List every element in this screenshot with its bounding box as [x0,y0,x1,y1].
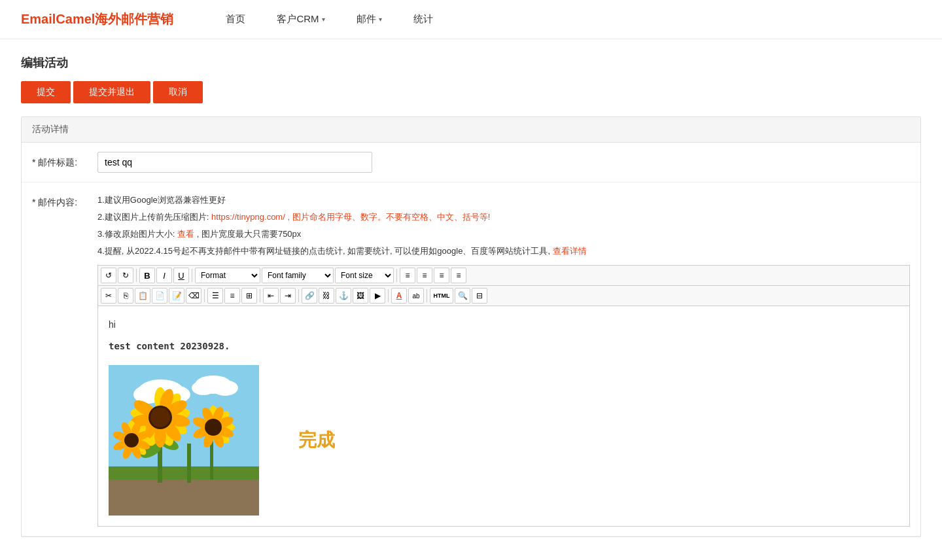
cut-button[interactable]: ✂ [101,288,116,304]
table-icon: ⊞ [246,291,253,300]
separator [192,269,192,282]
content-line1: hi [109,317,899,333]
separator [260,289,260,302]
subject-row: * 邮件标题: [22,143,920,183]
chevron-down-icon: ▾ [322,16,325,23]
bg-color-button[interactable]: ab [408,288,424,304]
svg-point-31 [150,408,170,427]
list-ol-icon: ≡ [230,291,234,300]
paste-word-button[interactable]: 📝 [169,288,184,304]
nav-links: 首页 客户CRM ▾ 邮件 ▾ 统计 [226,13,921,26]
tip3: 3.修改原始图片大小: 查看 , 图片宽度最大只需要750px [97,226,910,243]
font-family-select[interactable]: Font family [262,268,334,283]
underline-button[interactable]: U [173,268,189,283]
page-content: 编辑活动 提交 提交并退出 取消 活动详情 * 邮件标题: * 邮件内容: 1.… [0,39,942,553]
separator [204,289,205,302]
undo-icon [105,271,112,280]
separator [427,289,427,302]
html-button[interactable]: HTML [430,288,453,304]
subject-input[interactable] [97,152,372,173]
text-color-button[interactable]: A [391,288,407,304]
nav-email[interactable]: 邮件 ▾ [357,13,382,26]
paste-text-icon: 📄 [155,291,165,300]
submit-exit-button[interactable]: 提交并退出 [73,81,150,103]
cancel-button[interactable]: 取消 [153,81,203,103]
tip4: 4.提醒, 从2022.4.15号起不再支持邮件中带有网址链接的点击统计, 如需… [97,243,910,260]
table-button[interactable]: ⊞ [241,288,257,304]
detail-link[interactable]: 查看详情 [553,246,587,256]
activity-section: 活动详情 * 邮件标题: * 邮件内容: 1.建议用Google浏览器兼容性更好… [21,116,921,537]
content-image-area: 完成 [109,365,899,516]
copy-button[interactable]: ⎘ [118,288,133,304]
svg-point-6 [212,380,238,396]
section-title: 活动详情 [22,117,920,143]
subject-label: * 邮件标题: [32,152,97,173]
paste-text-button[interactable]: 📄 [152,288,167,304]
tip2: 2.建议图片上传前先压缩图片: https://tinypng.com/ , 图… [97,209,910,226]
unlink-icon: ⛓ [323,291,330,300]
tip1: 1.建议用Google浏览器兼容性更好 [97,192,910,209]
action-buttons: 提交 提交并退出 取消 [21,81,921,103]
done-label: 完成 [298,424,335,457]
content-row: * 邮件内容: 1.建议用Google浏览器兼容性更好 2.建议图片上传前先压缩… [22,183,920,536]
font-size-select[interactable]: Font size [335,268,394,283]
rich-text-editor: B I U Format Font family Font size [97,265,910,527]
eraser-button[interactable]: ⌫ [186,288,201,304]
plugin-icon: ⊟ [476,291,483,300]
media-icon: ▶ [375,291,381,300]
redo-icon [122,271,129,280]
sunflower-image [109,365,259,516]
redo-button[interactable] [118,268,133,283]
align-right-button[interactable]: ≡ [434,268,449,283]
bold-button[interactable]: B [139,268,155,283]
bg-color-icon: ab [412,292,419,300]
svg-point-44 [205,419,222,436]
indent-button[interactable]: ⇥ [280,288,296,304]
plugin-button[interactable]: ⊟ [472,288,487,304]
svg-point-5 [192,381,215,395]
nav-crm[interactable]: 客户CRM ▾ [277,13,324,26]
media-button[interactable]: ▶ [370,288,385,304]
list-ul-button[interactable]: ☰ [207,288,223,304]
image-size-link[interactable]: 查看 [177,229,194,239]
align-center-button[interactable]: ≡ [417,268,432,283]
image-icon: 🖼 [357,291,364,300]
submit-button[interactable]: 提交 [21,81,71,103]
unlink-button[interactable]: ⛓ [319,288,334,304]
format-select[interactable]: Format [195,268,260,283]
toolbar-row2: ✂ ⎘ 📋 📄 📝 ⌫ ☰ ≡ ⊞ ⇤ ⇥ 🔗 [98,286,909,306]
separator [298,289,299,302]
tinypng-link[interactable]: https://tinypng.com/ [211,212,285,222]
content-label: * 邮件内容: [32,192,97,213]
subject-content [97,152,910,173]
svg-rect-10 [187,444,191,483]
navigation: EmailCamel海外邮件营销 首页 客户CRM ▾ 邮件 ▾ 统计 [0,0,942,39]
cut-icon: ✂ [105,291,112,300]
paste-button[interactable]: 📋 [135,288,150,304]
nav-stats[interactable]: 统计 [413,13,433,26]
list-ol-button[interactable]: ≡ [224,288,240,304]
image-button[interactable]: 🖼 [353,288,368,304]
paste-word-icon: 📝 [172,291,182,300]
separator [136,269,137,282]
list-ul-icon: ☰ [212,291,219,300]
link-button[interactable]: 🔗 [302,288,317,304]
content-line2: test content 20230928. [109,338,899,355]
undo-button[interactable] [101,268,116,283]
nav-home[interactable]: 首页 [226,13,245,26]
align-justify-button[interactable]: ≡ [451,268,466,283]
find-button[interactable]: 🔍 [455,288,470,304]
indent-icon: ⇥ [285,291,291,300]
outdent-button[interactable]: ⇤ [263,288,279,304]
align-left-button[interactable]: ≡ [400,268,415,283]
editor-body[interactable]: hi test content 20230928. [98,306,909,526]
anchor-button[interactable]: ⚓ [336,288,351,304]
svg-point-57 [124,433,139,447]
chevron-down-icon: ▾ [379,16,382,23]
page-title: 编辑活动 [21,55,921,71]
link-icon: 🔗 [305,291,315,300]
italic-button[interactable]: I [156,268,172,283]
text-color-icon: A [396,291,402,300]
find-icon: 🔍 [458,291,468,300]
toolbar-row1: B I U Format Font family Font size [98,266,909,286]
